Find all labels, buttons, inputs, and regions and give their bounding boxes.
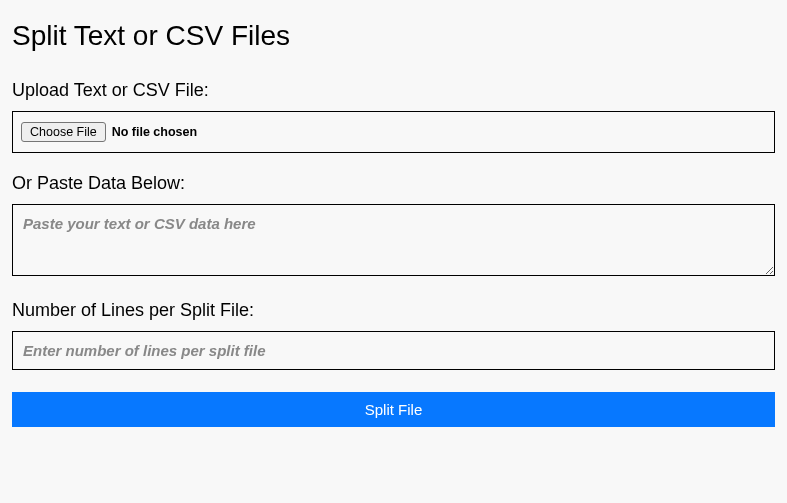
file-status-text: No file chosen — [112, 125, 197, 139]
paste-data-textarea[interactable] — [12, 204, 775, 276]
page-title: Split Text or CSV Files — [12, 20, 775, 52]
split-file-button[interactable]: Split File — [12, 392, 775, 427]
paste-label: Or Paste Data Below: — [12, 173, 775, 194]
file-upload-box: Choose File No file chosen — [12, 111, 775, 153]
lines-per-file-input[interactable] — [12, 331, 775, 370]
upload-label: Upload Text or CSV File: — [12, 80, 775, 101]
choose-file-button[interactable]: Choose File — [21, 122, 106, 142]
lines-label: Number of Lines per Split File: — [12, 300, 775, 321]
